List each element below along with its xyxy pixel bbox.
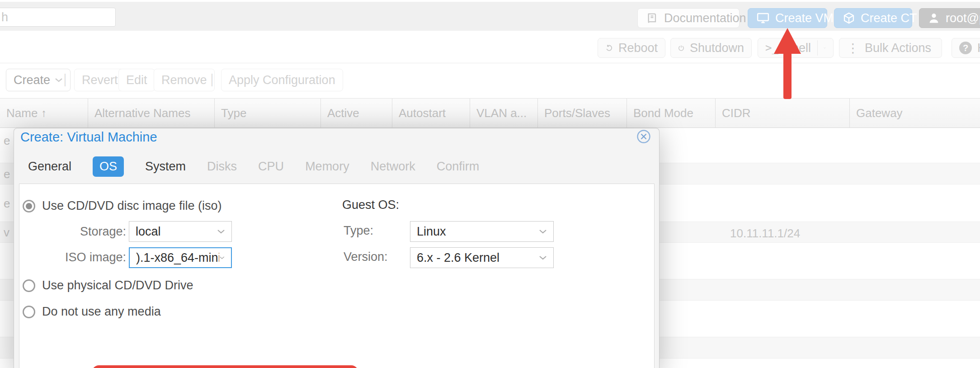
tab-memory[interactable]: Memory [305,160,349,174]
column-label: Active [327,106,359,120]
type-combobox[interactable]: Linux [410,221,554,242]
search-input[interactable] [0,8,116,27]
chevron-down-icon [217,229,225,234]
column-label: Ports/Slaves [544,106,610,120]
chevron-down-icon[interactable] [824,45,826,51]
shell-button[interactable]: >_ Shell [758,38,834,58]
create-vm-label: Create VM [775,11,834,25]
reboot-button[interactable]: Reboot [598,38,665,58]
storage-value: local [136,225,217,239]
column-header-vlan[interactable]: VLAN a... [470,99,538,127]
iso-image-combobox[interactable]: ).1-x86_64-minimal.iso [129,247,232,268]
terminal-icon: >_ [765,42,778,54]
chevron-down-icon [539,229,547,234]
column-header-active[interactable]: Active [321,99,392,127]
remove-button[interactable]: Remove [154,69,215,91]
storage-combobox[interactable]: local [129,221,232,242]
iso-image-value: ).1-x86_64-minimal.iso [136,251,219,265]
version-combobox[interactable]: 6.x - 2.6 Kernel [410,247,554,268]
radio-row-iso: Use CD/DVD disc image file (iso) [23,199,222,213]
tab-cpu[interactable]: CPU [258,160,284,174]
column-label: Bond Mode [633,106,693,120]
reboot-label: Reboot [618,41,658,55]
network-table-header: Name ↑ Alternative Names Type Active Aut… [0,98,980,128]
column-label: Type [221,106,246,120]
kebab-menu-icon: ⋮ [847,41,859,56]
sort-ascending-icon: ↑ [41,107,47,119]
dialog-title: Create: Virtual Machine [20,130,157,145]
create-vm-button[interactable]: Create VM [748,8,827,28]
revert-button[interactable]: Revert [74,69,126,91]
iso-image-label: ISO image: [47,250,126,264]
row-name-fragment: v [4,226,9,240]
radio-use-physical-label: Use physical CD/DVD Drive [42,278,193,293]
storage-label: Storage: [47,225,126,239]
monitor-icon [756,11,770,25]
version-label: Version: [344,250,388,264]
toolbar-separator-line [0,63,980,63]
help-button[interactable]: ? H [952,38,980,58]
shutdown-label: Shutdown [690,41,744,55]
tab-disks[interactable]: Disks [207,160,237,174]
column-label: Autostart [399,106,446,120]
os-tab-panel: Use CD/DVD disc image file (iso) Guest O… [19,184,655,368]
type-value: Linux [417,225,539,239]
row-name-fragment: e [4,167,10,181]
create-network-button[interactable]: Create [6,69,71,91]
help-label-fragment: H [977,41,980,55]
bulk-actions-button[interactable]: ⋮ Bulk Actions [839,38,942,58]
tab-system[interactable]: System [145,160,186,174]
create-vm-dialog: Create: Virtual Machine General OS Syste… [14,128,660,368]
annotation-arrow [769,25,806,102]
apply-configuration-button[interactable]: Apply Configuration [221,69,343,91]
column-label: CIDR [722,106,751,120]
column-label: VLAN a... [476,106,527,120]
column-header-cidr[interactable]: CIDR [716,99,850,127]
tab-os[interactable]: OS [93,156,124,177]
edit-label: Edit [126,73,147,87]
user-icon [928,12,940,24]
user-menu-button[interactable]: root@pa [919,8,980,28]
type-label: Type: [344,224,373,238]
radio-no-media-label: Do not use any media [42,305,161,319]
create-label: Create [14,73,50,87]
radio-use-physical-drive[interactable] [23,279,35,292]
column-header-type[interactable]: Type [215,99,321,127]
column-header-name[interactable]: Name ↑ [0,99,88,127]
row-name-fragment: e [4,197,10,211]
help-icon: ? [959,42,972,54]
radio-no-media[interactable] [23,306,35,318]
edit-button[interactable]: Edit [118,69,155,91]
radio-use-iso[interactable] [23,200,35,212]
proxmox-screen: Documentation Create VM Create CT root@p… [0,0,980,368]
chevron-down-icon [539,255,547,260]
power-icon [678,42,684,54]
column-header-alternative-names[interactable]: Alternative Names [88,99,215,127]
shutdown-button[interactable]: Shutdown [670,38,752,58]
radio-row-physical: Use physical CD/DVD Drive [23,278,193,293]
column-header-bond-mode[interactable]: Bond Mode [627,99,716,127]
create-ct-label: Create CT [861,11,917,25]
tab-confirm[interactable]: Confirm [437,160,480,174]
remove-label: Remove [161,73,207,87]
column-header-autostart[interactable]: Autostart [392,99,470,127]
reboot-icon [605,42,613,54]
documentation-button[interactable]: Documentation [637,8,740,28]
user-label: root@pa [946,11,980,25]
tab-network[interactable]: Network [371,160,415,174]
bulk-actions-label: Bulk Actions [865,41,931,55]
tab-general[interactable]: General [28,160,71,174]
column-label: Gateway [856,106,903,120]
create-ct-button[interactable]: Create CT [834,8,912,28]
cube-icon [843,12,855,24]
shell-label: Shell [784,41,811,55]
radio-row-no-media: Do not use any media [23,305,161,319]
column-header-gateway[interactable]: Gateway [850,99,980,127]
top-bar: Documentation Create VM Create CT root@p… [0,2,980,31]
column-header-ports-slaves[interactable]: Ports/Slaves [538,99,627,127]
column-label: Alternative Names [94,106,190,120]
column-label: Name [6,106,38,120]
radio-use-iso-label: Use CD/DVD disc image file (iso) [42,199,222,213]
guest-os-heading: Guest OS: [342,198,399,212]
close-icon[interactable] [636,129,651,144]
